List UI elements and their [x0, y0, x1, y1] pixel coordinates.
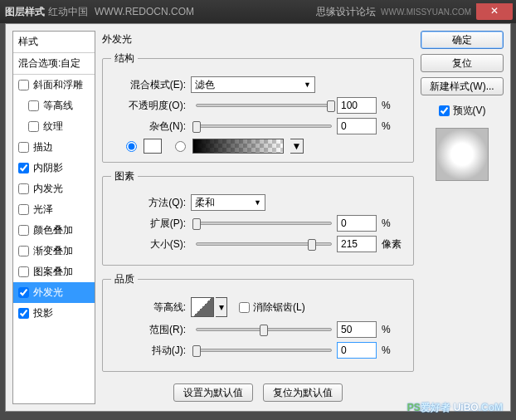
preview-label: 预览(V) — [453, 104, 486, 118]
antialias-label: 消除锯齿(L) — [253, 300, 305, 315]
elements-legend: 图素 — [111, 169, 138, 183]
style-checkbox[interactable] — [18, 308, 29, 319]
style-checkbox[interactable] — [28, 121, 39, 132]
style-item-11[interactable]: 投影 — [13, 303, 95, 324]
watermark: PS爱好者 UiBO.CoM — [407, 400, 503, 415]
size-input[interactable] — [337, 236, 377, 252]
blend-mode-value: 滤色 — [195, 78, 215, 92]
style-label: 渐变叠加 — [33, 244, 73, 258]
opacity-unit: % — [382, 100, 405, 111]
glow-color-swatch[interactable] — [144, 139, 162, 154]
range-unit: % — [382, 324, 405, 335]
right-panel: 确定 复位 新建样式(W)... 预览(V) — [421, 31, 504, 404]
cancel-button[interactable]: 复位 — [421, 54, 504, 72]
style-checkbox[interactable] — [18, 266, 29, 277]
style-label: 投影 — [33, 306, 53, 320]
style-checkbox[interactable] — [18, 163, 29, 173]
new-style-button[interactable]: 新建样式(W)... — [421, 77, 504, 95]
style-item-0[interactable]: 斜面和浮雕 — [13, 75, 95, 95]
chevron-down-icon: ▼ — [304, 81, 311, 89]
contour-picker[interactable] — [191, 297, 214, 317]
ok-button[interactable]: 确定 — [421, 31, 504, 49]
size-label: 大小(S): — [111, 237, 186, 252]
quality-legend: 品质 — [111, 272, 138, 286]
window-title: 图层样式 — [5, 5, 45, 19]
brand-text: 红动中国 — [48, 5, 88, 19]
spread-input[interactable] — [337, 215, 377, 232]
style-checkbox[interactable] — [18, 80, 29, 90]
style-label: 等高线 — [43, 99, 73, 113]
style-label: 描边 — [33, 140, 53, 154]
style-item-9[interactable]: 图案叠加 — [13, 261, 95, 282]
jitter-slider[interactable] — [196, 349, 332, 352]
style-label: 内阴影 — [33, 161, 63, 175]
reset-default-button[interactable]: 复位为默认值 — [263, 383, 343, 402]
style-item-7[interactable]: 颜色叠加 — [13, 220, 95, 241]
style-item-4[interactable]: 内阴影 — [13, 158, 95, 178]
blend-options-item[interactable]: 混合选项:自定 — [13, 53, 95, 75]
spread-slider[interactable] — [196, 222, 332, 225]
styles-header[interactable]: 样式 — [13, 32, 95, 53]
opacity-label: 不透明度(O): — [111, 99, 186, 113]
style-item-1[interactable]: 等高线 — [13, 95, 95, 116]
blend-mode-dropdown[interactable]: 滤色 ▼ — [191, 76, 315, 93]
opacity-slider[interactable] — [196, 104, 332, 107]
contour-label: 等高线: — [111, 300, 186, 315]
make-default-button[interactable]: 设置为默认值 — [173, 383, 253, 402]
contour-dropdown-arrow[interactable]: ▾ — [216, 297, 227, 317]
style-label: 颜色叠加 — [33, 223, 73, 237]
noise-unit: % — [382, 120, 405, 132]
noise-label: 杂色(N): — [111, 120, 186, 134]
antialias-checkbox[interactable] — [239, 302, 250, 313]
style-checkbox[interactable] — [18, 142, 29, 153]
style-checkbox[interactable] — [18, 287, 29, 298]
blend-mode-label: 混合模式(E): — [111, 78, 186, 92]
style-checkbox[interactable] — [18, 183, 29, 194]
glow-gradient-swatch[interactable] — [192, 139, 284, 154]
range-input[interactable] — [337, 321, 377, 338]
style-item-2[interactable]: 纹理 — [13, 116, 95, 137]
preview-thumbnail — [436, 128, 489, 181]
forum-url: WWW.MISSYUAN.COM — [381, 7, 471, 17]
noise-slider[interactable] — [196, 125, 332, 128]
titlebar: 图层样式 红动中国 WWW.REDOCN.COM 思缘设计论坛 WWW.MISS… — [0, 0, 516, 23]
noise-input[interactable] — [337, 118, 377, 134]
style-item-10[interactable]: 外发光 — [13, 282, 95, 303]
style-checkbox[interactable] — [18, 204, 29, 215]
gradient-radio[interactable] — [175, 141, 186, 152]
spread-unit: % — [382, 217, 405, 229]
structure-legend: 结构 — [111, 51, 138, 66]
method-label: 方法(Q): — [111, 196, 186, 210]
section-title: 外发光 — [102, 31, 414, 51]
size-unit: 像素 — [382, 237, 405, 252]
style-item-3[interactable]: 描边 — [13, 137, 95, 158]
preview-checkbox[interactable] — [439, 105, 450, 116]
size-slider[interactable] — [196, 242, 332, 246]
style-label: 斜面和浮雕 — [33, 78, 83, 92]
close-button[interactable]: ✕ — [476, 3, 513, 20]
style-item-6[interactable]: 光泽 — [13, 199, 95, 220]
style-label: 内发光 — [33, 182, 63, 196]
jitter-input[interactable] — [337, 342, 377, 359]
range-slider[interactable] — [196, 328, 332, 331]
style-item-5[interactable]: 内发光 — [13, 178, 95, 199]
opacity-input[interactable] — [337, 97, 377, 114]
quality-group: 品质 等高线: ▾ 消除锯齿(L) 范围(R): % 抖动(J): % — [102, 272, 414, 372]
method-dropdown[interactable]: 柔和 ▼ — [191, 194, 265, 211]
jitter-unit: % — [382, 344, 405, 356]
style-checkbox[interactable] — [18, 246, 29, 256]
style-item-8[interactable]: 渐变叠加 — [13, 241, 95, 261]
style-checkbox[interactable] — [18, 225, 29, 236]
style-checkbox[interactable] — [28, 100, 39, 111]
style-label: 外发光 — [33, 286, 63, 300]
structure-group: 结构 混合模式(E): 滤色 ▼ 不透明度(O): % 杂色(N): % — [102, 51, 414, 163]
style-label: 光泽 — [33, 203, 53, 217]
color-radio[interactable] — [126, 141, 137, 152]
elements-group: 图素 方法(Q): 柔和 ▼ 扩展(P): % 大小(S): 像素 — [102, 169, 414, 266]
range-label: 范围(R): — [111, 323, 186, 337]
layer-style-dialog: 样式 混合选项:自定 斜面和浮雕等高线纹理描边内阴影内发光光泽颜色叠加渐变叠加图… — [5, 23, 511, 412]
main-settings-area: 外发光 结构 混合模式(E): 滤色 ▼ 不透明度(O): % 杂色(N): — [95, 31, 421, 404]
styles-list-panel: 样式 混合选项:自定 斜面和浮雕等高线纹理描边内阴影内发光光泽颜色叠加渐变叠加图… — [12, 31, 95, 404]
gradient-dropdown-arrow[interactable]: ▼ — [290, 139, 304, 154]
chevron-down-icon: ▼ — [254, 198, 261, 207]
